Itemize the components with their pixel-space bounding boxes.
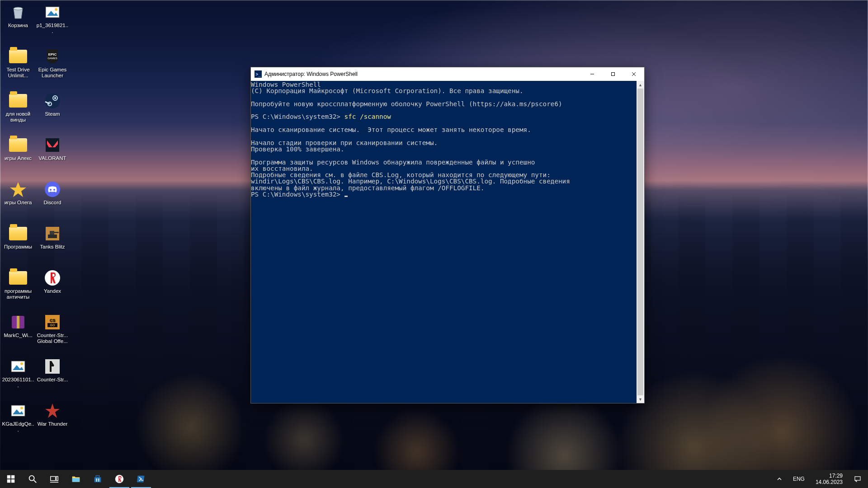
- close-icon: [632, 72, 636, 76]
- maximize-icon: [611, 72, 615, 76]
- image-p1-icon: [43, 3, 62, 22]
- file-kgajedgqe-label: KGaJEdgQe...: [2, 421, 34, 433]
- shortcut-steam[interactable]: Steam: [35, 89, 70, 127]
- shortcut-epic-label: Epic Games Launcher: [36, 67, 69, 79]
- tray-overflow-button[interactable]: [774, 470, 785, 488]
- shortcut-valorant-label: VALORANT: [36, 155, 69, 161]
- svg-rect-49: [94, 477, 101, 482]
- folder-games-oleg[interactable]: игры Олега: [1, 178, 35, 215]
- folder-games-alex-label: игры Алекс: [2, 155, 34, 161]
- shortcut-warthunder[interactable]: War Thunder: [35, 399, 70, 436]
- folder-new-windows[interactable]: для новой винды: [1, 89, 35, 127]
- image-p1[interactable]: p1_3619821...: [35, 1, 70, 38]
- scroll-thumb[interactable]: [637, 89, 643, 395]
- close-button[interactable]: [623, 67, 644, 81]
- scroll-down-button[interactable]: ▼: [637, 395, 644, 403]
- chevron-up-icon: [777, 476, 782, 482]
- powershell-window: >_ Администратор: Windows PowerShell Win…: [250, 67, 645, 404]
- shortcut-yandex[interactable]: Yandex: [35, 267, 70, 304]
- archive-markc[interactable]: MarkC_Wi...: [1, 311, 35, 348]
- folder-anticheat[interactable]: программы античиты: [1, 267, 35, 304]
- shortcut-cs16[interactable]: Counter-Str...: [35, 355, 70, 392]
- taskbar-microsoft-store[interactable]: [87, 470, 108, 488]
- store-icon: [93, 474, 103, 484]
- shortcut-warthunder-icon: [43, 401, 62, 420]
- shortcut-warthunder-label: War Thunder: [36, 421, 69, 427]
- recycle-bin-icon: [9, 3, 28, 22]
- search-button[interactable]: [22, 470, 43, 488]
- powershell-taskbar-icon: [136, 474, 146, 484]
- svg-point-6: [45, 93, 60, 108]
- start-button[interactable]: [0, 470, 22, 488]
- shortcut-csgo-label: Counter-Str... Global Offe...: [36, 333, 69, 344]
- folder-games-oleg-label: игры Олега: [2, 200, 34, 206]
- minimize-button[interactable]: [582, 67, 603, 81]
- image-20230611-icon: [9, 357, 28, 376]
- recycle-bin[interactable]: Корзина: [1, 1, 35, 38]
- terminal-output[interactable]: Windows PowerShell (C) Корпорация Майкро…: [251, 81, 637, 403]
- shortcut-cs16-icon: [43, 357, 62, 376]
- shortcut-epic[interactable]: EPICGAMESEpic Games Launcher: [35, 45, 70, 82]
- powershell-icon: >_: [255, 70, 262, 78]
- taskbar-file-explorer[interactable]: [65, 470, 87, 488]
- svg-point-3: [55, 8, 57, 11]
- task-view-button[interactable]: [43, 470, 65, 488]
- taskbar-yandex[interactable]: [108, 470, 130, 488]
- shortcut-cs16-label: Counter-Str...: [36, 377, 69, 383]
- taskbar-clock[interactable]: 17:29 14.06.2023: [813, 473, 845, 485]
- archive-markc-label: MarkC_Wi...: [2, 333, 34, 338]
- folder-new-windows-icon: [9, 91, 28, 110]
- shortcut-csgo-icon: CSGO: [43, 313, 62, 332]
- svg-point-0: [14, 7, 23, 10]
- shortcut-discord[interactable]: Discord: [35, 178, 70, 215]
- svg-marker-34: [45, 404, 60, 418]
- folder-anticheat-icon: [9, 268, 28, 287]
- svg-marker-11: [10, 182, 26, 197]
- folder-games-alex[interactable]: игры Алекс: [1, 134, 35, 171]
- shortcut-discord-label: Discord: [36, 200, 69, 206]
- file-explorer-icon: [71, 474, 81, 484]
- desktop-icons: Корзинаp1_3619821...Test Drive Unlimit..…: [1, 1, 70, 436]
- clock-time: 17:29: [816, 473, 843, 479]
- notification-icon: [854, 475, 862, 483]
- system-tray: ENG 17:29 14.06.2023: [774, 470, 868, 488]
- language-indicator[interactable]: ENG: [790, 470, 807, 488]
- shortcut-csgo[interactable]: CSGOCounter-Str... Global Offe...: [35, 311, 70, 348]
- svg-rect-51: [96, 479, 97, 480]
- folder-games-alex-icon: [9, 136, 28, 155]
- scroll-up-button[interactable]: ▲: [637, 81, 644, 89]
- svg-point-29: [20, 362, 23, 365]
- svg-rect-39: [7, 475, 10, 479]
- svg-text:GO: GO: [50, 324, 55, 327]
- svg-rect-54: [98, 480, 99, 482]
- folder-test-drive[interactable]: Test Drive Unlimit...: [1, 45, 35, 82]
- shortcut-steam-label: Steam: [36, 111, 69, 117]
- svg-text:GAMES: GAMES: [47, 57, 57, 60]
- minimize-icon: [590, 72, 594, 76]
- shortcut-tanks-blitz-icon: [43, 224, 62, 243]
- file-kgajedgqe[interactable]: KGaJEdgQe...: [1, 399, 35, 436]
- shortcut-tanks-blitz[interactable]: Tanks Blitz: [35, 222, 70, 259]
- search-icon: [28, 474, 38, 484]
- svg-rect-53: [96, 480, 97, 482]
- window-titlebar[interactable]: >_ Администратор: Windows PowerShell: [251, 67, 644, 81]
- action-center-button[interactable]: [851, 470, 864, 488]
- scroll-track[interactable]: [637, 89, 644, 395]
- image-20230611-label: 2023061101...: [2, 377, 34, 389]
- svg-text:CS: CS: [50, 318, 56, 323]
- svg-rect-46: [57, 477, 58, 481]
- yandex-icon: [114, 474, 124, 484]
- vertical-scrollbar[interactable]: ▲ ▼: [637, 81, 644, 403]
- svg-rect-22: [17, 316, 19, 328]
- clock-date: 14.06.2023: [816, 479, 843, 485]
- recycle-bin-label: Корзина: [2, 23, 34, 28]
- shortcut-valorant[interactable]: VALORANT: [35, 134, 70, 171]
- folder-new-windows-label: для новой винды: [2, 111, 34, 123]
- folder-anticheat-label: программы античиты: [2, 288, 34, 300]
- image-20230611[interactable]: 2023061101...: [1, 355, 35, 392]
- svg-rect-18: [54, 232, 59, 233]
- taskbar-powershell[interactable]: [130, 470, 152, 488]
- folder-programs[interactable]: Программы: [1, 222, 35, 259]
- svg-rect-56: [855, 477, 860, 480]
- maximize-button[interactable]: [603, 67, 623, 81]
